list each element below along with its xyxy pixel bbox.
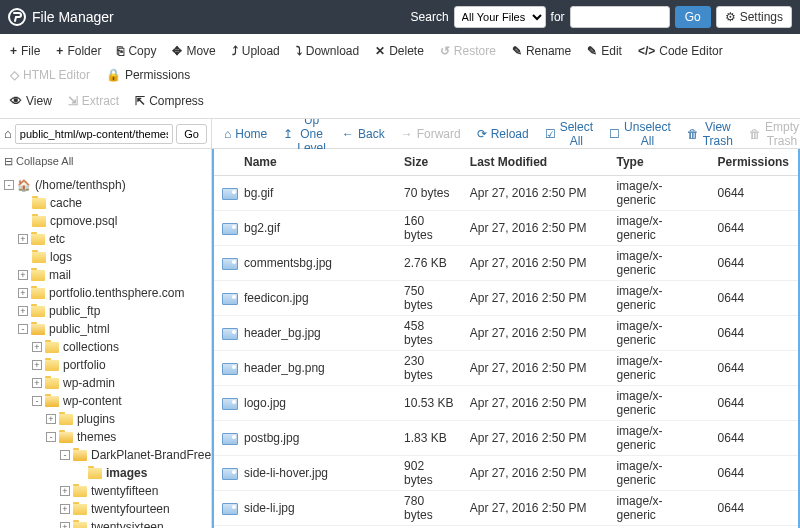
toolbar-file-button[interactable]: +File xyxy=(3,40,47,62)
settings-button[interactable]: ⚙Settings xyxy=(716,6,792,28)
expand-icon[interactable]: + xyxy=(60,522,70,528)
expand-icon[interactable]: + xyxy=(32,378,42,388)
toolbar-delete-button[interactable]: ✕Delete xyxy=(368,40,431,62)
expand-icon[interactable]: + xyxy=(18,306,28,316)
file-type: image/x-generic xyxy=(608,246,709,281)
toolbar-download-button[interactable]: ⤵Download xyxy=(289,40,366,62)
tree-node[interactable]: cache xyxy=(0,194,211,212)
file-size: 70 bytes xyxy=(396,176,462,211)
toolbar-permissions-button[interactable]: 🔒Permissions xyxy=(99,64,197,86)
table-row[interactable]: bg2.gif160 bytesApr 27, 2016 2:50 PMimag… xyxy=(214,211,798,246)
table-row[interactable]: postbg.jpg1.83 KBApr 27, 2016 2:50 PMima… xyxy=(214,421,798,456)
collapse-icon[interactable]: - xyxy=(4,180,14,190)
tree-node[interactable]: cpmove.psql xyxy=(0,212,211,230)
tree-node[interactable]: +twentysixteen xyxy=(0,518,211,528)
tree-label: themes xyxy=(77,430,116,444)
nav-bar: ⌂Home ↥Up One Level ←Back →Forward ⟳Relo… xyxy=(212,119,800,149)
collapse-icon[interactable]: - xyxy=(60,450,70,460)
table-row[interactable]: bg.gif70 bytesApr 27, 2016 2:50 PMimage/… xyxy=(214,176,798,211)
search-go-button[interactable]: Go xyxy=(675,6,711,28)
toolbar-copy-button[interactable]: ⎘Copy xyxy=(110,40,163,62)
tree-node[interactable]: images xyxy=(0,464,211,482)
tree-node[interactable]: -themes xyxy=(0,428,211,446)
search-input[interactable] xyxy=(570,6,670,28)
file-modified: Apr 27, 2016 2:50 PM xyxy=(462,281,609,316)
table-row[interactable]: header_bg.png230 bytesApr 27, 2016 2:50 … xyxy=(214,351,798,386)
tree-node[interactable]: +twentyfifteen xyxy=(0,482,211,500)
tree-label: etc xyxy=(49,232,65,246)
file-size: 750 bytes xyxy=(396,281,462,316)
gear-icon: ⚙ xyxy=(725,10,736,24)
toolbar-move-button[interactable]: ✥Move xyxy=(165,40,222,62)
collapse-all-button[interactable]: ⊟ Collapse All xyxy=(0,149,211,174)
tree-node[interactable]: +mail xyxy=(0,266,211,284)
table-row[interactable]: commentsbg.jpg2.76 KBApr 27, 2016 2:50 P… xyxy=(214,246,798,281)
tree-node[interactable]: -wp-content xyxy=(0,392,211,410)
copy-icon: ⎘ xyxy=(117,44,124,58)
tree-node[interactable]: logs xyxy=(0,248,211,266)
table-row[interactable]: side-li-hover.jpg902 bytesApr 27, 2016 2… xyxy=(214,456,798,491)
file-name: side-li.jpg xyxy=(244,501,295,515)
select-all-button[interactable]: ☑Select All xyxy=(537,119,601,152)
extract-icon: ⇲ xyxy=(68,94,78,108)
table-row[interactable]: header_bg.jpg458 bytesApr 27, 2016 2:50 … xyxy=(214,316,798,351)
col-type[interactable]: Type xyxy=(608,149,709,176)
expand-icon[interactable]: + xyxy=(60,504,70,514)
tree-node[interactable]: +wp-admin xyxy=(0,374,211,392)
file-type: image/x-generic xyxy=(608,316,709,351)
nav-reload-button[interactable]: ⟳Reload xyxy=(469,123,537,145)
tree-node[interactable]: -public_html xyxy=(0,320,211,338)
toolbar-code-editor-button[interactable]: </>Code Editor xyxy=(631,40,730,62)
table-row[interactable]: logo.jpg10.53 KBApr 27, 2016 2:50 PMimag… xyxy=(214,386,798,421)
tree-node[interactable]: +public_ftp xyxy=(0,302,211,320)
col-size[interactable]: Size xyxy=(396,149,462,176)
tree-node[interactable]: +portfolio.tenthsphere.com xyxy=(0,284,211,302)
image-file-icon xyxy=(222,293,238,305)
home-icon[interactable]: ⌂ xyxy=(4,126,12,141)
home-icon: ⌂ xyxy=(224,127,231,141)
toolbar-label: HTML Editor xyxy=(23,68,90,82)
toolbar-upload-button[interactable]: ⤴Upload xyxy=(225,40,287,62)
toolbar-compress-button[interactable]: ⇱Compress xyxy=(128,90,211,112)
nav-home-button[interactable]: ⌂Home xyxy=(216,123,275,145)
expand-icon[interactable]: + xyxy=(60,486,70,496)
toolbar-rename-button[interactable]: ✎Rename xyxy=(505,40,578,62)
folder-tree: -🏠(/home/tenthsph)cachecpmove.psql+etclo… xyxy=(0,174,211,528)
expand-icon[interactable]: + xyxy=(46,414,56,424)
expand-icon[interactable]: + xyxy=(18,288,28,298)
view-trash-button[interactable]: 🗑View Trash xyxy=(679,119,741,152)
col-modified[interactable]: Last Modified xyxy=(462,149,609,176)
folder-icon xyxy=(59,432,73,443)
tree-node[interactable]: +plugins xyxy=(0,410,211,428)
app-header: File Manager Search All Your Files for G… xyxy=(0,0,800,34)
check-icon: ☑ xyxy=(545,127,556,141)
toolbar-label: Upload xyxy=(242,44,280,58)
expand-icon[interactable]: + xyxy=(18,270,28,280)
tree-node[interactable]: +etc xyxy=(0,230,211,248)
tree-node[interactable]: +twentyfourteen xyxy=(0,500,211,518)
tree-node[interactable]: -DarkPlanet-BrandFree xyxy=(0,446,211,464)
table-row[interactable]: side-li.jpg780 bytesApr 27, 2016 2:50 PM… xyxy=(214,491,798,526)
image-file-icon xyxy=(222,223,238,235)
tree-node[interactable]: +portfolio xyxy=(0,356,211,374)
tree-node[interactable]: -🏠(/home/tenthsph) xyxy=(0,176,211,194)
collapse-icon[interactable]: - xyxy=(32,396,42,406)
toolbar-view-button[interactable]: 👁View xyxy=(3,90,59,112)
unselect-all-button[interactable]: ☐Unselect All xyxy=(601,119,679,152)
search-scope-select[interactable]: All Your Files xyxy=(454,6,546,28)
tree-node[interactable]: +collections xyxy=(0,338,211,356)
toolbar-edit-button[interactable]: ✎Edit xyxy=(580,40,629,62)
path-go-button[interactable]: Go xyxy=(176,124,207,144)
collapse-icon[interactable]: - xyxy=(18,324,28,334)
expand-icon[interactable]: + xyxy=(32,360,42,370)
expand-icon[interactable]: + xyxy=(32,342,42,352)
path-input[interactable] xyxy=(15,124,173,144)
toolbar-folder-button[interactable]: +Folder xyxy=(49,40,108,62)
table-row[interactable]: feedicon.jpg750 bytesApr 27, 2016 2:50 P… xyxy=(214,281,798,316)
expand-icon[interactable]: + xyxy=(18,234,28,244)
collapse-icon[interactable]: - xyxy=(46,432,56,442)
col-permissions[interactable]: Permissions xyxy=(710,149,798,176)
col-name[interactable]: Name xyxy=(214,149,396,176)
nav-back-button[interactable]: ←Back xyxy=(334,123,393,145)
search-area: Search All Your Files for Go ⚙Settings xyxy=(411,6,792,28)
